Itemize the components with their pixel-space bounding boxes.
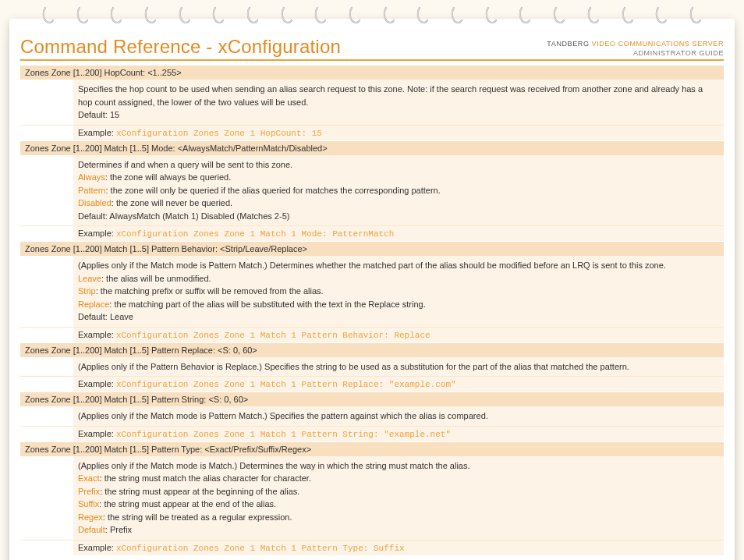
description-text: (Applies only if the Match mode is Patte… xyxy=(73,256,724,327)
ring-icon xyxy=(349,6,361,28)
example-code: xConfiguration Zones Zone 1 Match 1 Patt… xyxy=(116,380,456,389)
example-row: Example: xConfiguration Zones Zone 1 Mat… xyxy=(20,540,724,555)
description-row: Specifies the hop count to be used when … xyxy=(20,80,724,125)
example-code: xConfiguration Zones Zone 1 Match 1 Patt… xyxy=(116,430,451,439)
command-row: Zones Zone [1..200] Match [1..5] Pattern… xyxy=(20,343,724,357)
ring-icon xyxy=(281,6,293,28)
description-text: Determines if and when a query will be s… xyxy=(73,155,724,226)
ring-icon xyxy=(416,6,429,28)
description-row: (Applies only if the Match mode is Patte… xyxy=(20,406,724,426)
ring-icon xyxy=(76,6,89,28)
header-right: TANDBERG VIDEO COMMUNICATIONS SERVER ADM… xyxy=(547,39,724,58)
spiral-rings xyxy=(9,6,735,28)
config-table: Zones Zone [1..200] HopCount: <1..255>Sp… xyxy=(20,66,724,556)
example-label: Example: xyxy=(78,429,116,438)
ring-icon xyxy=(519,6,531,28)
command-row: Zones Zone [1..200] Match [1..5] Pattern… xyxy=(20,442,724,456)
header-brand: TANDBERG xyxy=(547,40,589,48)
description-text: (Applies only if the Pattern Behavior is… xyxy=(73,357,724,377)
description-row: (Applies only if the Pattern Behavior is… xyxy=(20,357,724,377)
description-row: Determines if and when a query will be s… xyxy=(20,155,724,226)
ring-icon xyxy=(383,6,395,28)
ring-icon xyxy=(622,6,634,28)
description-text: Specifies the hop count to be used when … xyxy=(73,80,724,125)
example-label: Example: xyxy=(78,330,116,339)
header-product: VIDEO COMMUNICATIONS SERVER xyxy=(592,40,724,48)
command-row: Zones Zone [1..200] HopCount: <1..255> xyxy=(20,66,724,80)
ring-icon xyxy=(42,6,55,28)
command-text: Zones Zone [1..200] Match [1..5] Pattern… xyxy=(20,392,724,406)
ring-icon xyxy=(144,6,157,28)
command-row: Zones Zone [1..200] Match [1..5] Pattern… xyxy=(20,242,724,256)
example-code: xConfiguration Zones Zone 1 HopCount: 15 xyxy=(116,129,322,138)
command-text: Zones Zone [1..200] Match [1..5] Pattern… xyxy=(20,343,724,357)
ring-icon xyxy=(451,6,463,28)
ring-icon xyxy=(689,6,702,28)
ring-icon xyxy=(314,6,327,28)
example-row: Example: xConfiguration Zones Zone 1 Hop… xyxy=(20,125,724,140)
ring-icon xyxy=(246,6,259,28)
command-row: Zones Zone [1..200] Match [1..5] Pattern… xyxy=(20,392,724,406)
ring-icon xyxy=(179,6,191,28)
command-text: Zones Zone [1..200] Match [1..5] Pattern… xyxy=(20,442,724,456)
ring-icon xyxy=(485,6,498,28)
description-row: (Applies only if the Match mode is Patte… xyxy=(20,256,724,327)
description-row: (Applies only if the Match mode is Match… xyxy=(20,456,724,541)
example-row: Example: xConfiguration Zones Zone 1 Mat… xyxy=(20,426,724,441)
document-sheet: Command Reference - xConfiguration TANDB… xyxy=(9,19,735,560)
ring-icon xyxy=(553,6,565,28)
ring-icon xyxy=(110,6,122,28)
example-label: Example: xyxy=(78,229,116,238)
command-text: Zones Zone [1..200] Match [1..5] Pattern… xyxy=(20,242,724,256)
ring-icon xyxy=(212,6,225,28)
ring-icon xyxy=(655,6,668,28)
page-title: Command Reference - xConfiguration xyxy=(20,36,341,58)
example-row: Example: xConfiguration Zones Zone 1 Mat… xyxy=(20,377,724,392)
description-text: (Applies only if the Match mode is Patte… xyxy=(73,406,724,426)
example-code: xConfiguration Zones Zone 1 Match 1 Patt… xyxy=(116,331,430,340)
example-code: xConfiguration Zones Zone 1 Match 1 Mode… xyxy=(116,229,394,239)
example-label: Example: xyxy=(78,543,116,552)
header-subtitle: ADMINISTRATOR GUIDE xyxy=(633,49,724,57)
command-text: Zones Zone [1..200] HopCount: <1..255> xyxy=(20,66,724,80)
ring-icon xyxy=(587,6,600,28)
command-text: Zones Zone [1..200] Match [1..5] Mode: <… xyxy=(20,141,724,155)
command-row: Zones Zone [1..200] Match [1..5] Mode: <… xyxy=(20,141,724,155)
example-label: Example: xyxy=(78,379,116,388)
example-code: xConfiguration Zones Zone 1 Match 1 Patt… xyxy=(116,544,405,553)
example-row: Example: xConfiguration Zones Zone 1 Mat… xyxy=(20,327,724,342)
description-text: (Applies only if the Match mode is Match… xyxy=(73,456,724,541)
example-label: Example: xyxy=(78,128,116,137)
example-row: Example: xConfiguration Zones Zone 1 Mat… xyxy=(20,226,724,242)
